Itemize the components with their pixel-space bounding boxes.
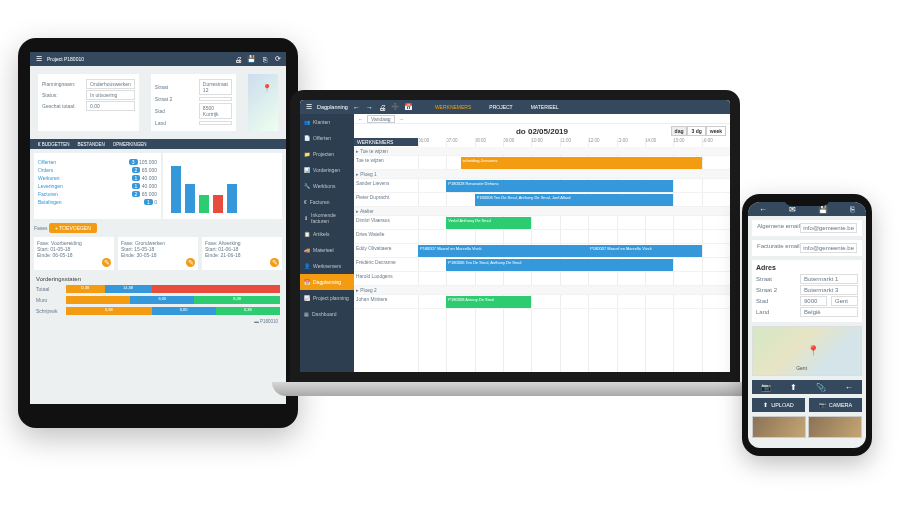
thumbnail[interactable]: [808, 416, 862, 438]
camera-icon[interactable]: 📷: [761, 383, 771, 392]
camera-button[interactable]: 📷CAMERA: [809, 398, 862, 412]
event-block[interactable]: P180006 Ten De Smul, Anthony De Smul, Jo…: [475, 194, 674, 206]
tab-comments[interactable]: OPMERKINGEN: [113, 142, 147, 147]
field-input[interactable]: In uitvoering: [86, 90, 135, 100]
sidebar-item-materieel[interactable]: 🚚Materieel: [300, 242, 354, 258]
address-row: Straat 2Botermarkt 3: [756, 285, 858, 295]
map[interactable]: 📍 Gent: [752, 326, 862, 376]
field-input[interactable]: Onderhouswerken: [86, 79, 135, 89]
tab-project[interactable]: PROJECT: [489, 104, 512, 110]
resource-row: Frédéric DecranneP180006 Ten De Smul, An…: [354, 258, 730, 272]
copy-icon[interactable]: ⎘: [850, 205, 855, 214]
sidebar-item-klanten[interactable]: 👥Klanten: [300, 114, 354, 130]
event-block[interactable]: P180007 Marcel en Marcella Vivck: [588, 245, 701, 257]
vorderingen-icon: 📊: [304, 167, 310, 173]
address-input[interactable]: Botermarkt 1: [800, 274, 858, 284]
field-label: Stad: [155, 108, 195, 114]
resource-row: Dimitri VlaerausVerlof Anthony De Smul: [354, 216, 730, 230]
fase-card[interactable]: Fase: GrondwerkenStart: 15-05-18Einde: 3…: [118, 237, 198, 270]
sidebar-item-werkbons[interactable]: 🔧Werkbons: [300, 178, 354, 194]
laptop-screen: ☰ Dagplanning ← → 🖨 ➕ 📅 WERKNEMERS PROJE…: [300, 100, 730, 372]
attach-icon[interactable]: 📎: [816, 383, 826, 392]
progress-row: Schrijnwk0,386,000,38: [36, 307, 280, 315]
back-icon[interactable]: ←: [759, 205, 767, 214]
email-input[interactable]: info@gemeente.be: [800, 243, 857, 253]
sidebar-item-facturen[interactable]: €Facturen: [300, 194, 354, 210]
field-input[interactable]: 0,00: [86, 101, 135, 111]
upload-button[interactable]: ⬆UPLOAD: [752, 398, 805, 412]
thumbnail[interactable]: [752, 416, 806, 438]
cal-icon[interactable]: 📅: [404, 103, 413, 112]
add-icon[interactable]: ➕: [391, 103, 400, 112]
artikels-icon: 📋: [304, 231, 310, 237]
klanten-icon: 👥: [304, 119, 310, 125]
field-input[interactable]: [199, 97, 232, 101]
resource-row: Toe te wijzenscheiding Janssens: [354, 156, 730, 170]
fase-card[interactable]: Fase: AfwerkingStart: 01-06-18Einde: 21-…: [202, 237, 282, 270]
next-day-button[interactable]: →: [399, 116, 404, 122]
werkbons-icon: 🔧: [304, 183, 310, 189]
copy-icon[interactable]: ⎘: [260, 55, 269, 64]
upload-icon[interactable]: ⬆: [790, 383, 797, 392]
sidebar-item-dagplanning[interactable]: 📅Dagplanning: [300, 274, 354, 290]
view-3day[interactable]: 3 dg: [687, 126, 705, 136]
fase-card[interactable]: Fase: VoorbereidingStart: 01-05-18Einde:…: [34, 237, 114, 270]
back-icon[interactable]: ←: [352, 103, 361, 112]
address-input[interactable]: 9000: [800, 296, 827, 306]
field-label: Geschat totaal:: [42, 103, 82, 109]
view-week[interactable]: week: [706, 126, 726, 136]
resource-row: Sander LievensP180028 Renovatie Dehans: [354, 179, 730, 193]
map-pin-icon: 📍: [262, 84, 272, 93]
group-row: ▸ Ploeg 1: [354, 170, 730, 179]
print-icon[interactable]: 🖨: [378, 103, 387, 112]
refresh-icon[interactable]: ⟳: [273, 55, 282, 64]
address-panel: StraatDorrestraat 12Straat 2Stad8500 Kor…: [151, 74, 236, 131]
resource-row: Pieter DuprachtP180006 Ten De Smul, Anth…: [354, 193, 730, 207]
field-label: Straat 2: [155, 96, 195, 102]
resource-header: WERKNEMERS: [354, 138, 418, 146]
stats-col: Offerten3 105.000Orders2 65.000Werkuren1…: [34, 153, 161, 219]
field-input[interactable]: 8500 Kortrijk: [199, 103, 232, 119]
field-label: Status:: [42, 92, 82, 98]
prev-day-button[interactable]: ←: [358, 116, 363, 122]
event-block[interactable]: P180008 Antony De Smul: [446, 296, 531, 308]
materieel-icon: 🚚: [304, 247, 310, 253]
field-input[interactable]: Dorrestraat 12: [199, 79, 232, 95]
tab-werknemers[interactable]: WERKNEMERS: [435, 104, 471, 110]
back-icon[interactable]: ←: [845, 383, 853, 392]
event-block[interactable]: P180006 Ten De Smul, Anthony De Smul: [446, 259, 673, 271]
menu-icon[interactable]: ☰: [34, 55, 43, 64]
event-block[interactable]: scheiding Janssens: [461, 157, 702, 169]
address-input[interactable]: België: [800, 307, 858, 317]
fwd-icon[interactable]: →: [365, 103, 374, 112]
sidebar-item-artikels[interactable]: 📋Artikels: [300, 226, 354, 242]
sidebar-item-projecten[interactable]: 📁Projecten: [300, 146, 354, 162]
print-icon[interactable]: 🖨: [234, 55, 243, 64]
date-nav: ← Vandaag →: [354, 114, 730, 124]
sidebar-item-dashboard[interactable]: ▦Dashboard: [300, 306, 354, 322]
menu-icon[interactable]: ☰: [304, 103, 313, 112]
tab-files[interactable]: BESTANDEN: [78, 142, 105, 147]
save-icon[interactable]: 💾: [247, 55, 256, 64]
add-fase-button[interactable]: + TOEVOEGEN: [49, 223, 97, 233]
sidebar-item-offerten[interactable]: 📄Offerten: [300, 130, 354, 146]
page-title: Dagplanning: [317, 104, 348, 110]
email-input[interactable]: info@gemeente.be: [800, 223, 857, 233]
sidebar-item-vorderingen[interactable]: 📊Vorderingen: [300, 162, 354, 178]
tab-budgets[interactable]: € BUDGETTEN: [38, 142, 70, 147]
sidebar-item-inkomende-facturen[interactable]: ⬇Inkomende facturen: [300, 210, 354, 226]
event-block[interactable]: P180007 Marcel en Marcella Vivck: [418, 245, 588, 257]
today-button[interactable]: Vandaag: [367, 115, 395, 123]
stat-row: Leveringen1 40.000: [38, 183, 157, 189]
schedule-grid[interactable]: WERKNEMERS 06:0007:0008:0009:0010:0011:0…: [354, 138, 730, 372]
event-block[interactable]: Verlof Anthony De Smul: [446, 217, 531, 229]
tablet-header: ☰ Project P180010 🖨 💾 ⎘ ⟳: [30, 52, 286, 66]
address-input[interactable]: Botermarkt 3: [800, 285, 858, 295]
view-day[interactable]: dag: [671, 126, 688, 136]
sidebar-item-project-planning[interactable]: 📈Project planning: [300, 290, 354, 306]
tab-materieel[interactable]: MATERIEEL: [531, 104, 559, 110]
field-input[interactable]: [199, 121, 232, 125]
budget-chart: [163, 153, 282, 219]
event-block[interactable]: P180028 Renovatie Dehans: [446, 180, 673, 192]
sidebar-item-werknemers[interactable]: 👤Werknemers: [300, 258, 354, 274]
